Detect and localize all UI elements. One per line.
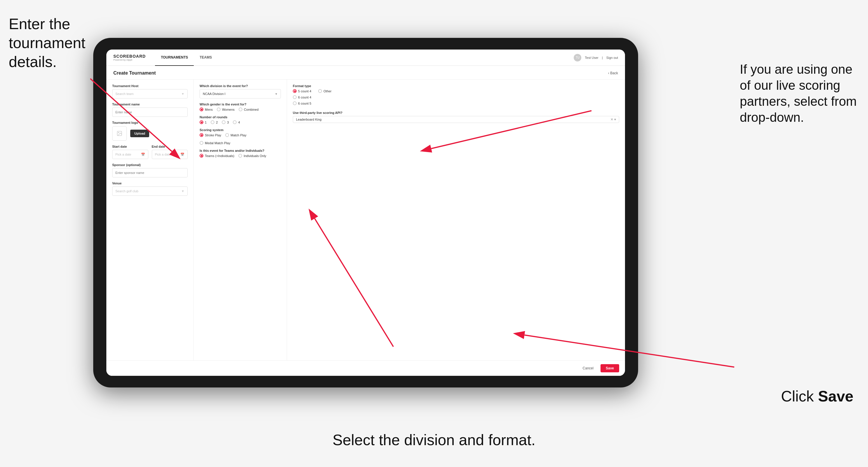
rounds-4-radio[interactable]: [233, 120, 237, 124]
form-col-middle: Which division is the event for? NCAA Di…: [194, 80, 287, 361]
rounds-3-label: 3: [227, 121, 229, 124]
end-date-placeholder: Pick a date: [155, 153, 171, 156]
upload-button[interactable]: Upload: [130, 130, 149, 137]
rounds-label: Number of rounds: [199, 115, 281, 119]
nav-tab-teams[interactable]: TEAMS: [194, 50, 218, 66]
rounds-2[interactable]: 2: [211, 120, 218, 124]
venue-arrow-icon: ▼: [181, 189, 184, 193]
scoring-stroke-label: Stroke Play: [205, 133, 221, 137]
svg-point-1: [118, 132, 119, 133]
format-6count4-radio[interactable]: [293, 95, 297, 99]
format-5count4-radio[interactable]: [293, 89, 297, 93]
rounds-1-radio[interactable]: [199, 120, 204, 124]
tournament-host-group: Tournament Host Search team ▼: [112, 84, 188, 98]
logo-placeholder: [112, 126, 127, 141]
scoring-medal[interactable]: Medal Match Play: [199, 141, 230, 145]
teams-individuals[interactable]: Individuals Only: [238, 154, 266, 158]
start-date-group: Start date Pick a date 📅: [112, 145, 148, 159]
format-other[interactable]: Other: [318, 89, 332, 93]
search-icon: ▼: [181, 92, 184, 96]
logo-area: Upload: [112, 126, 188, 141]
nav-separator: |: [602, 56, 603, 59]
scoring-stroke[interactable]: Stroke Play: [199, 133, 221, 137]
cancel-button[interactable]: Cancel: [579, 364, 598, 372]
teams-radio-group: Teams (+Individuals) Individuals Only: [199, 154, 281, 158]
rounds-2-label: 2: [216, 121, 218, 124]
gender-mens-label: Mens: [205, 108, 213, 111]
tournament-name-label: Tournament name: [112, 102, 188, 106]
rounds-2-radio[interactable]: [211, 120, 214, 124]
format-6count5[interactable]: 6 count 5: [293, 101, 311, 105]
format-6count5-radio[interactable]: [293, 101, 297, 105]
division-select[interactable]: NCAA Division I ▼: [199, 89, 281, 98]
teams-teams-label: Teams (+Individuals): [205, 154, 234, 158]
start-date-input[interactable]: Pick a date 📅: [112, 150, 148, 159]
teams-individuals-radio[interactable]: [238, 154, 242, 158]
venue-input[interactable]: Search golf club ▼: [112, 186, 188, 196]
gender-womens-radio[interactable]: [217, 107, 221, 111]
scoring-match-radio[interactable]: [225, 133, 229, 137]
form-area: Tournament Host Search team ▼ Tournament…: [106, 80, 625, 361]
scoring-label: Scoring system: [199, 128, 281, 132]
tablet-device: SCOREBOARD Powered by clippit TOURNAMENT…: [93, 38, 638, 387]
annotation-bottom-center: Select the division and format.: [333, 431, 535, 449]
rounds-1-label: 1: [205, 121, 207, 124]
scoring-stroke-radio[interactable]: [199, 133, 204, 137]
gender-womens[interactable]: Womens: [217, 107, 235, 111]
form-col-left: Tournament Host Search team ▼ Tournament…: [106, 80, 194, 361]
gender-combined[interactable]: Combined: [239, 107, 258, 111]
format-6count4[interactable]: 6 count 4: [293, 95, 311, 99]
back-link[interactable]: ‹ Back: [608, 71, 618, 75]
format-type-label: Format type: [293, 84, 619, 88]
rounds-group: Number of rounds 1 2: [199, 115, 281, 124]
format-other-radio[interactable]: [318, 89, 322, 93]
scoring-medal-radio[interactable]: [199, 141, 204, 145]
gender-combined-label: Combined: [244, 108, 258, 111]
live-scoring-group: Use third-party live scoring API? Leader…: [293, 111, 619, 123]
user-name: Test User: [585, 56, 598, 59]
gender-mens[interactable]: Mens: [199, 107, 213, 111]
nav-tabs: TOURNAMENTS TEAMS: [155, 50, 218, 66]
rounds-3[interactable]: 3: [222, 120, 229, 124]
division-arrow-icon: ▼: [275, 92, 278, 96]
end-date-input[interactable]: Pick a date 📅: [152, 150, 188, 159]
dates-group: Start date Pick a date 📅 End date Pick a…: [112, 145, 188, 159]
tournament-host-label: Tournament Host: [112, 84, 188, 88]
page-title: Create Tournament: [113, 70, 156, 76]
calendar-icon: 📅: [141, 153, 145, 156]
teams-teams-radio[interactable]: [199, 154, 204, 158]
scoring-match[interactable]: Match Play: [225, 133, 246, 137]
tournament-name-group: Tournament name: [112, 102, 188, 117]
tournament-host-input[interactable]: Search team ▼: [112, 89, 188, 98]
gender-mens-radio[interactable]: [199, 107, 204, 111]
rounds-3-radio[interactable]: [222, 120, 225, 124]
form-col-right: Format type 5 count 4 6 count 4: [287, 80, 625, 361]
gender-radio-group: Mens Womens Combined: [199, 107, 281, 111]
format-5count4[interactable]: 5 count 4: [293, 89, 311, 93]
rounds-radio-group: 1 2 3 4: [199, 120, 281, 124]
date-row: Start date Pick a date 📅 End date Pick a…: [112, 145, 188, 159]
rounds-1[interactable]: 1: [199, 120, 207, 124]
signout-link[interactable]: Sign out: [606, 56, 618, 59]
main-content: Create Tournament ‹ Back Tournament Host…: [106, 66, 625, 376]
page-header: Create Tournament ‹ Back: [106, 66, 625, 80]
division-value: NCAA Division I: [203, 92, 225, 96]
gender-combined-radio[interactable]: [239, 107, 242, 111]
rounds-4[interactable]: 4: [233, 120, 240, 124]
gender-group: Which gender is the event for? Mens Wome…: [199, 102, 281, 111]
sponsor-input[interactable]: [112, 168, 188, 178]
live-scoring-value: Leaderboard King: [296, 118, 321, 121]
teams-teams[interactable]: Teams (+Individuals): [199, 154, 234, 158]
close-icon[interactable]: ✕ ▾: [611, 117, 616, 122]
annotation-bottom-right: Click Save: [781, 387, 854, 406]
save-button[interactable]: Save: [600, 364, 619, 372]
end-date-label: End date: [152, 145, 188, 148]
nav-tab-tournaments[interactable]: TOURNAMENTS: [155, 50, 194, 66]
sponsor-label: Sponsor (optional): [112, 163, 188, 167]
format-type-group: Format type 5 count 4 6 count 4: [293, 84, 619, 105]
tournament-name-input[interactable]: [112, 107, 188, 117]
tournament-logo-label: Tournament logo: [112, 121, 188, 124]
scoring-radio-group: Stroke Play Match Play Medal Match Play: [199, 133, 281, 145]
scoring-medal-label: Medal Match Play: [205, 141, 230, 145]
live-scoring-tag[interactable]: Leaderboard King ✕ ▾: [293, 116, 619, 123]
